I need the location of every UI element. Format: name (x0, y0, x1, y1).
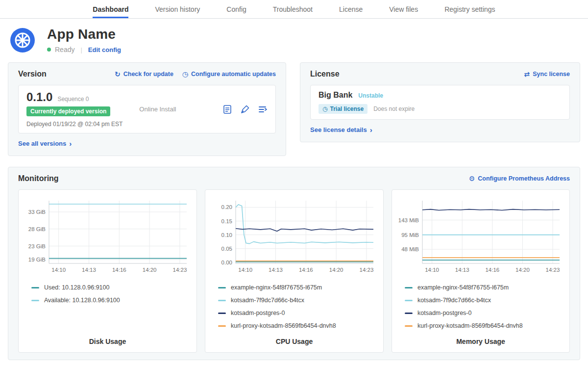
tab-config[interactable]: Config (226, 0, 246, 18)
edit-config-link[interactable]: Edit config (88, 46, 121, 53)
chevron-right-icon: › (69, 140, 72, 147)
preflight-checks-icon[interactable] (240, 105, 250, 114)
svg-text:28 GiB: 28 GiB (28, 226, 46, 232)
cpu-usage-chart: 0.000.050.100.150.2014:1014:1314:1614:20… (211, 196, 377, 276)
legend-label: kurl-proxy-kotsadm-8569fb6454-dnvh8 (417, 322, 523, 330)
tab-license[interactable]: License (339, 0, 363, 18)
legend-swatch-icon (405, 300, 413, 301)
legend-swatch-icon (405, 325, 413, 327)
svg-text:14:23: 14:23 (360, 267, 374, 273)
memory-usage-chart-title: Memory Usage (398, 330, 564, 345)
legend-item: kotsadm-postgres-0 (218, 310, 377, 317)
license-card: License ⇄ Sync license Big Bank Unstable… (300, 62, 580, 142)
svg-text:14:16: 14:16 (112, 267, 126, 273)
app-header: App Name Ready | Edit config (0, 19, 588, 58)
svg-text:14:13: 14:13 (269, 267, 283, 273)
legend-label: kotsadm-postgres-0 (417, 310, 471, 317)
svg-text:14:10: 14:10 (51, 267, 66, 273)
svg-text:14:10: 14:10 (425, 267, 439, 273)
legend-label: Available: 10.128.0.96:9100 (44, 297, 120, 304)
legend-item: example-nginx-54f8f76755-l675m (218, 284, 377, 291)
current-version-box: 0.1.0 Sequence 0 Currently deployed vers… (18, 85, 276, 133)
check-for-update-link[interactable]: ↻ Check for update (115, 71, 173, 78)
svg-text:0.00: 0.00 (221, 260, 232, 265)
license-card-title: License (310, 70, 340, 78)
cpu-usage-legend: example-nginx-54f8f76755-l675mkotsadm-7f… (211, 284, 377, 330)
legend-swatch-icon (31, 300, 39, 301)
legend-label: kurl-proxy-kotsadm-8569fb6454-dnvh8 (231, 322, 336, 330)
trial-clock-icon: ◷ (322, 106, 327, 112)
trial-license-badge: ◷ Trial license (318, 104, 368, 114)
legend-label: example-nginx-54f8f76755-l675m (231, 284, 322, 291)
svg-text:14:23: 14:23 (546, 267, 560, 273)
tab-dashboard[interactable]: Dashboard (93, 0, 128, 18)
legend-swatch-icon (405, 287, 413, 288)
legend-item: kotsadm-7f9dc7d66c-b4tcx (218, 297, 377, 304)
monitoring-title: Monitoring (18, 174, 59, 183)
page-title: App Name (47, 26, 121, 42)
configure-automatic-updates-link[interactable]: ◷ Configure automatic updates (182, 71, 276, 78)
svg-text:14:20: 14:20 (329, 267, 343, 273)
release-notes-icon[interactable] (222, 105, 232, 114)
deploy-logs-icon[interactable] (258, 105, 268, 114)
clock-icon: ◷ (182, 71, 188, 78)
legend-label: kotsadm-7f9dc7d66c-b4tcx (231, 297, 304, 304)
see-all-versions-link[interactable]: See all versions › (18, 140, 72, 147)
svg-text:0.05: 0.05 (221, 246, 232, 252)
legend-item: example-nginx-54f8f76755-l675m (405, 284, 564, 291)
version-card-title: Version (18, 70, 47, 78)
legend-item: kurl-proxy-kotsadm-8569fb6454-dnvh8 (218, 322, 377, 330)
disk-usage-chart-title: Disk Usage (24, 330, 191, 345)
memory-usage-chart: 48 MiB95 MiB143 MiB14:1014:1314:1614:201… (398, 196, 564, 276)
legend-swatch-icon (405, 313, 413, 314)
sequence-label: Sequence 0 (57, 96, 89, 103)
tab-view-files[interactable]: View files (389, 0, 418, 18)
license-info-box: Big Bank Unstable ◷ Trial license Does n… (310, 85, 570, 120)
see-license-details-link[interactable]: See license details › (310, 126, 372, 133)
tab-version-history[interactable]: Version history (155, 0, 200, 18)
svg-text:14:20: 14:20 (143, 267, 157, 273)
channel-badge: Unstable (358, 92, 383, 99)
kubernetes-logo-icon (10, 27, 35, 53)
tab-registry-settings[interactable]: Registry settings (444, 0, 495, 18)
svg-text:14:16: 14:16 (299, 267, 313, 273)
svg-text:0.20: 0.20 (221, 205, 232, 210)
license-expiry: Does not expire (373, 105, 415, 112)
gear-icon: ⚙ (469, 175, 475, 182)
monitoring-section: Monitoring ⚙ Configure Prometheus Addres… (8, 167, 580, 360)
disk-usage-legend: Used: 10.128.0.96:9100Available: 10.128.… (24, 284, 191, 304)
svg-text:33 GiB: 33 GiB (28, 209, 46, 215)
svg-text:0.15: 0.15 (221, 218, 232, 224)
svg-text:14:10: 14:10 (238, 267, 252, 273)
legend-item: Used: 10.128.0.96:9100 (31, 284, 191, 291)
sync-license-link[interactable]: ⇄ Sync license (524, 71, 570, 78)
top-nav: Dashboard Version history Config Trouble… (0, 0, 588, 19)
divider: | (80, 46, 82, 53)
disk-usage-chart: 19 GiB23 GiB28 GiB33 GiB14:1014:1314:161… (24, 196, 191, 276)
legend-item: kotsadm-7f9dc7d66c-b4tcx (405, 297, 564, 304)
install-type-label: Online Install (139, 105, 176, 113)
refresh-icon: ↻ (115, 71, 121, 78)
legend-label: kotsadm-7f9dc7d66c-b4tcx (417, 297, 491, 304)
legend-item: Available: 10.128.0.96:9100 (31, 297, 191, 304)
svg-text:14:13: 14:13 (455, 267, 469, 273)
svg-text:143 MiB: 143 MiB (398, 217, 419, 223)
license-customer-name: Big Bank (318, 91, 352, 100)
deployed-timestamp: Deployed 01/19/22 @ 02:04 pm EST (26, 121, 122, 128)
svg-text:14:23: 14:23 (173, 267, 187, 273)
cpu-usage-panel: 0.000.050.100.150.2014:1014:1314:1614:20… (205, 189, 384, 353)
memory-usage-legend: example-nginx-54f8f76755-l675mkotsadm-7f… (398, 284, 564, 330)
legend-swatch-icon (31, 287, 39, 288)
sync-icon: ⇄ (524, 71, 530, 78)
cpu-usage-chart-title: CPU Usage (211, 330, 377, 345)
chevron-right-icon: › (370, 126, 372, 133)
legend-swatch-icon (218, 325, 226, 327)
configure-prometheus-link[interactable]: ⚙ Configure Prometheus Address (469, 175, 570, 182)
svg-text:14:16: 14:16 (485, 267, 499, 273)
memory-usage-panel: 48 MiB95 MiB143 MiB14:1014:1314:1614:201… (392, 189, 570, 353)
svg-text:95 MiB: 95 MiB (401, 232, 419, 238)
legend-item: kotsadm-postgres-0 (405, 310, 564, 317)
tab-troubleshoot[interactable]: Troubleshoot (273, 0, 313, 18)
svg-text:14:20: 14:20 (515, 267, 530, 273)
legend-swatch-icon (218, 300, 226, 301)
